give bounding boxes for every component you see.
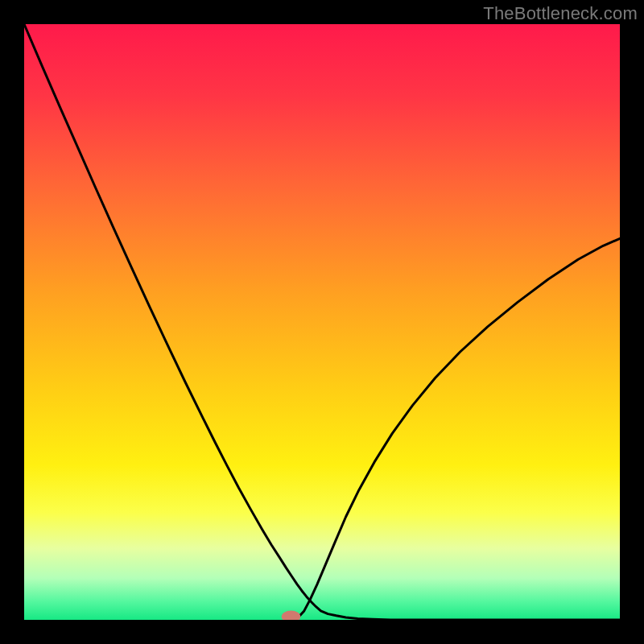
plot-area	[24, 24, 620, 620]
chart-frame: TheBottleneck.com	[0, 0, 644, 644]
watermark-text: TheBottleneck.com	[483, 3, 638, 24]
chart-svg	[24, 24, 620, 620]
gradient-background	[24, 24, 620, 620]
